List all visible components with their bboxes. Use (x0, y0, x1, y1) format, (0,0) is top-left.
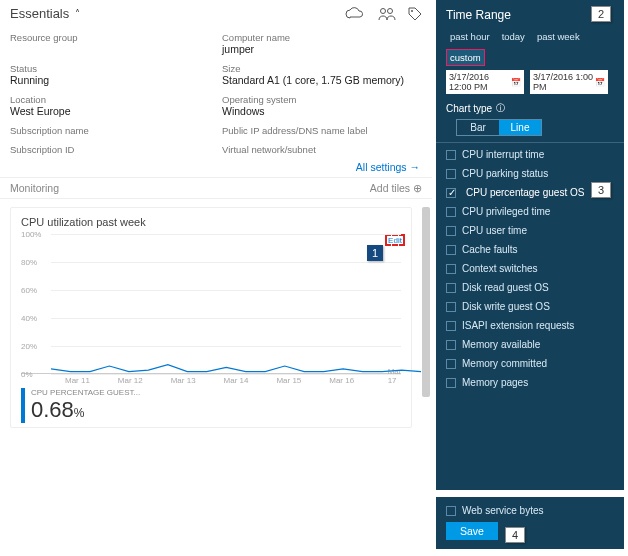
header-icons (344, 7, 422, 21)
checkbox-icon (446, 150, 456, 160)
checkbox-icon (446, 359, 456, 369)
metric-label: Memory pages (462, 377, 528, 388)
monitoring-title: Monitoring (10, 182, 59, 194)
chart-type-label: Chart type (446, 103, 492, 114)
prop-os: Operating system Windows (222, 94, 422, 117)
essentials-header[interactable]: Essentials ˄ (0, 0, 432, 26)
prop-value: West Europe (10, 105, 210, 117)
metric-label: CPU user time (462, 225, 527, 236)
metric-label: CPU parking status (462, 168, 548, 179)
chart-area: CPU utilization past week Edit 0%20%40%6… (0, 207, 432, 428)
kpi-unit: % (74, 406, 85, 420)
properties-grid: Resource group Computer name jumper Stat… (0, 26, 432, 155)
prop-value: Windows (222, 105, 422, 117)
metric-label: Disk write guest OS (462, 301, 550, 312)
callout-3: 3 (591, 182, 611, 198)
x-axis-label: Mar 16 (329, 376, 354, 385)
metric-item[interactable]: Memory committed (446, 354, 614, 373)
end-date-value: 3/17/2016 1:00 PM (533, 72, 595, 92)
all-settings-link[interactable]: All settings → (0, 155, 432, 177)
x-axis-label: Mar 12 (118, 376, 143, 385)
end-date-input[interactable]: 3/17/2016 1:00 PM📅 (530, 70, 608, 94)
prop-subscription-id: Subscription ID (10, 144, 210, 155)
prop-label: Subscription ID (10, 144, 210, 155)
prop-label: Status (10, 63, 210, 74)
chart-title: CPU utilization past week (21, 216, 401, 228)
metric-item[interactable]: CPU interrupt time (446, 145, 614, 164)
x-axis-label: Mar 11 (65, 376, 90, 385)
metric-label: ISAPI extension requests (462, 320, 574, 331)
prop-label: Size (222, 63, 422, 74)
metric-item[interactable]: CPU user time (446, 221, 614, 240)
x-axis-label: Mar 15 (276, 376, 301, 385)
info-icon[interactable]: ⓘ (496, 102, 505, 115)
metric-web-service-bytes[interactable]: Web service bytes (446, 503, 614, 522)
start-date-value: 3/17/2016 12:00 PM (449, 72, 511, 92)
tag-icon[interactable] (408, 7, 422, 21)
range-past-week[interactable]: past week (533, 28, 584, 45)
prop-location: Location West Europe (10, 94, 210, 117)
users-icon[interactable] (378, 7, 396, 21)
callout-4: 4 (505, 527, 525, 543)
metric-label: CPU percentage guest OS (466, 187, 584, 198)
add-tiles-button[interactable]: Add tiles ⊕ (370, 182, 422, 194)
prop-computer-name: Computer name jumper (222, 32, 422, 55)
chart-type-row: Chart type ⓘ (446, 102, 614, 115)
check-icon: ✓ (448, 187, 456, 198)
kpi-block: CPU PERCENTAGE GUEST... 0.68% (21, 388, 401, 423)
prop-value: jumper (222, 43, 422, 55)
checkbox-icon (446, 340, 456, 350)
metric-label: CPU privileged time (462, 206, 550, 217)
metric-item[interactable]: CPU privileged time (446, 202, 614, 221)
bottom-panel: Web service bytes Save (436, 497, 624, 549)
callout-1: 1 (367, 245, 383, 261)
prop-size: Size Standard A1 (1 core, 1.75 GB memory… (222, 63, 422, 86)
prop-vnet: Virtual network/subnet (222, 144, 422, 155)
metric-label: Memory available (462, 339, 540, 350)
metric-item[interactable]: Disk write guest OS (446, 297, 614, 316)
metric-item[interactable]: Context switches (446, 259, 614, 278)
checkbox-icon (446, 506, 456, 516)
metric-item[interactable]: ✓CPU percentage guest OS (446, 183, 614, 202)
cpu-chart-tile[interactable]: CPU utilization past week Edit 0%20%40%6… (10, 207, 412, 428)
time-range-title: Time Range (446, 8, 614, 22)
vertical-scrollbar[interactable] (422, 207, 430, 397)
metric-item[interactable]: Memory pages (446, 373, 614, 392)
cloud-icon[interactable] (344, 7, 366, 21)
y-axis-label: 20% (21, 342, 37, 351)
grid-line (51, 374, 401, 375)
metric-label: Memory committed (462, 358, 547, 369)
metric-item[interactable]: Memory available (446, 335, 614, 354)
divider (436, 142, 624, 143)
range-past-hour[interactable]: past hour (446, 28, 494, 45)
time-range-panel: Time Range past hour today past week cus… (436, 0, 624, 490)
metric-label: Context switches (462, 263, 538, 274)
calendar-icon: 📅 (511, 78, 521, 87)
chart-type-toggle: Bar Line (456, 119, 542, 136)
metric-item[interactable]: Disk read guest OS (446, 278, 614, 297)
metric-item[interactable]: CPU parking status (446, 164, 614, 183)
prop-subscription-name: Subscription name (10, 125, 210, 136)
monitoring-header: Monitoring Add tiles ⊕ (0, 177, 432, 199)
prop-ip: Public IP address/DNS name label (222, 125, 422, 136)
prop-label: Virtual network/subnet (222, 144, 422, 155)
chart-type-bar[interactable]: Bar (457, 120, 499, 135)
prop-status: Status Running (10, 63, 210, 86)
prop-label: Public IP address/DNS name label (222, 125, 422, 136)
metric-label: CPU interrupt time (462, 149, 544, 160)
range-today[interactable]: today (498, 28, 529, 45)
y-axis-label: 100% (21, 230, 41, 239)
range-custom[interactable]: custom (446, 49, 485, 66)
metric-item[interactable]: ISAPI extension requests (446, 316, 614, 335)
save-button[interactable]: Save (446, 522, 498, 540)
prop-label: Resource group (10, 32, 210, 43)
calendar-icon: 📅 (595, 78, 605, 87)
checkbox-icon (446, 245, 456, 255)
prop-label: Subscription name (10, 125, 210, 136)
chart-type-line[interactable]: Line (499, 120, 541, 135)
metric-item[interactable]: Cache faults (446, 240, 614, 259)
metric-label: Web service bytes (462, 505, 544, 516)
start-date-input[interactable]: 3/17/2016 12:00 PM📅 (446, 70, 524, 94)
date-inputs: 3/17/2016 12:00 PM📅 3/17/2016 1:00 PM📅 (446, 70, 614, 94)
prop-label: Operating system (222, 94, 422, 105)
